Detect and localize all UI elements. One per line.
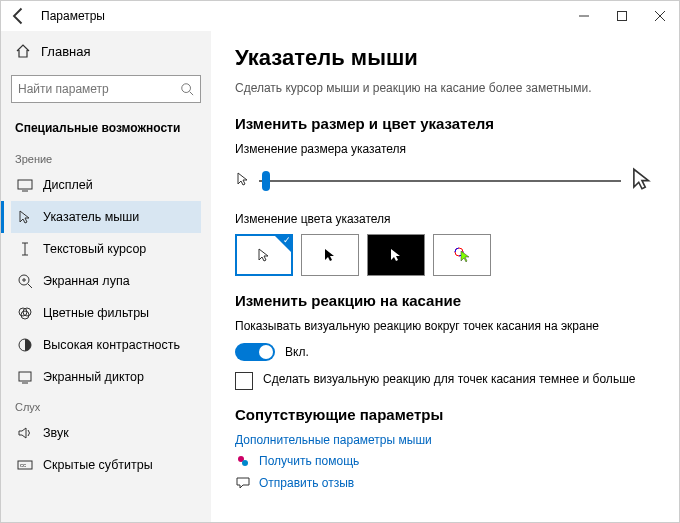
darker-larger-checkbox[interactable] bbox=[235, 372, 253, 390]
help-icon bbox=[235, 453, 251, 469]
sidebar: Главная Специальные возможности Зрение Д… bbox=[1, 31, 211, 522]
minimize-button[interactable] bbox=[565, 1, 603, 31]
section-size-color: Изменить размер и цвет указателя bbox=[235, 115, 655, 132]
cursor-large-icon bbox=[629, 166, 655, 196]
feedback-icon bbox=[235, 475, 251, 491]
color-option-black[interactable] bbox=[301, 234, 359, 276]
nav-label: Указатель мыши bbox=[43, 210, 139, 224]
touch-feedback-toggle[interactable] bbox=[235, 343, 275, 361]
svg-line-12 bbox=[28, 284, 32, 288]
group-label: Специальные возможности bbox=[11, 113, 201, 145]
toggle-state-label: Вкл. bbox=[285, 345, 309, 359]
main-content: Указатель мыши Сделать курсор мыши и реа… bbox=[211, 31, 679, 522]
nav-display[interactable]: Дисплей bbox=[11, 169, 201, 201]
search-input[interactable] bbox=[18, 82, 180, 96]
svg-text:cc: cc bbox=[20, 462, 26, 468]
category-vision: Зрение bbox=[11, 145, 201, 169]
back-button[interactable] bbox=[9, 6, 29, 26]
label-pointer-size: Изменение размера указателя bbox=[235, 142, 655, 156]
nav-label: Дисплей bbox=[43, 178, 93, 192]
home-icon bbox=[15, 43, 31, 59]
nav-label: Экранный диктор bbox=[43, 370, 144, 384]
display-icon bbox=[17, 177, 33, 193]
nav-captions[interactable]: cc Скрытые субтитры bbox=[11, 449, 201, 481]
search-box[interactable] bbox=[11, 75, 201, 103]
nav-text-cursor[interactable]: Текстовый курсор bbox=[11, 233, 201, 265]
svg-line-5 bbox=[190, 92, 194, 96]
nav-mouse-pointer[interactable]: Указатель мыши bbox=[11, 201, 201, 233]
nav-high-contrast[interactable]: Высокая контрастность bbox=[11, 329, 201, 361]
text-cursor-icon bbox=[17, 241, 33, 257]
checkbox-label: Сделать визуальную реакцию для точек кас… bbox=[263, 371, 635, 388]
touch-description: Показывать визуальную реакцию вокруг точ… bbox=[235, 319, 655, 333]
svg-rect-19 bbox=[19, 372, 31, 381]
captions-icon: cc bbox=[17, 457, 33, 473]
nav-color-filters[interactable]: Цветные фильтры bbox=[11, 297, 201, 329]
titlebar: Параметры bbox=[1, 1, 679, 31]
svg-rect-6 bbox=[18, 180, 32, 189]
section-related: Сопутствующие параметры bbox=[235, 406, 655, 423]
audio-icon bbox=[17, 425, 33, 441]
close-button[interactable] bbox=[641, 1, 679, 31]
color-filter-icon bbox=[17, 305, 33, 321]
svg-point-4 bbox=[182, 84, 191, 93]
contrast-icon bbox=[17, 337, 33, 353]
nav-audio[interactable]: Звук bbox=[11, 417, 201, 449]
nav-magnifier[interactable]: Экранная лупа bbox=[11, 265, 201, 297]
svg-rect-1 bbox=[618, 12, 627, 21]
cursor-small-icon bbox=[235, 171, 251, 191]
link-get-help[interactable]: Получить помощь bbox=[259, 454, 359, 468]
color-option-custom[interactable] bbox=[433, 234, 491, 276]
color-option-inverted[interactable] bbox=[367, 234, 425, 276]
nav-label: Звук bbox=[43, 426, 69, 440]
home-nav[interactable]: Главная bbox=[11, 37, 201, 65]
window-title: Параметры bbox=[41, 9, 105, 23]
nav-label: Экранная лупа bbox=[43, 274, 130, 288]
cursor-icon bbox=[17, 209, 33, 225]
home-label: Главная bbox=[41, 44, 90, 59]
link-feedback[interactable]: Отправить отзыв bbox=[259, 476, 354, 490]
magnifier-icon bbox=[17, 273, 33, 289]
svg-point-26 bbox=[242, 460, 248, 466]
search-icon bbox=[180, 82, 194, 96]
page-title: Указатель мыши bbox=[235, 45, 655, 71]
link-additional-mouse[interactable]: Дополнительные параметры мыши bbox=[235, 433, 655, 447]
maximize-button[interactable] bbox=[603, 1, 641, 31]
category-hearing: Слух bbox=[11, 393, 201, 417]
nav-label: Высокая контрастность bbox=[43, 338, 180, 352]
label-pointer-color: Изменение цвета указателя bbox=[235, 212, 655, 226]
color-option-white[interactable]: ✓ bbox=[235, 234, 293, 276]
nav-label: Скрытые субтитры bbox=[43, 458, 153, 472]
narrator-icon bbox=[17, 369, 33, 385]
pointer-size-slider[interactable] bbox=[259, 171, 621, 191]
page-subtitle: Сделать курсор мыши и реакцию на касание… bbox=[235, 81, 655, 95]
section-touch: Изменить реакцию на касание bbox=[235, 292, 655, 309]
nav-label: Текстовый курсор bbox=[43, 242, 146, 256]
nav-label: Цветные фильтры bbox=[43, 306, 149, 320]
nav-narrator[interactable]: Экранный диктор bbox=[11, 361, 201, 393]
